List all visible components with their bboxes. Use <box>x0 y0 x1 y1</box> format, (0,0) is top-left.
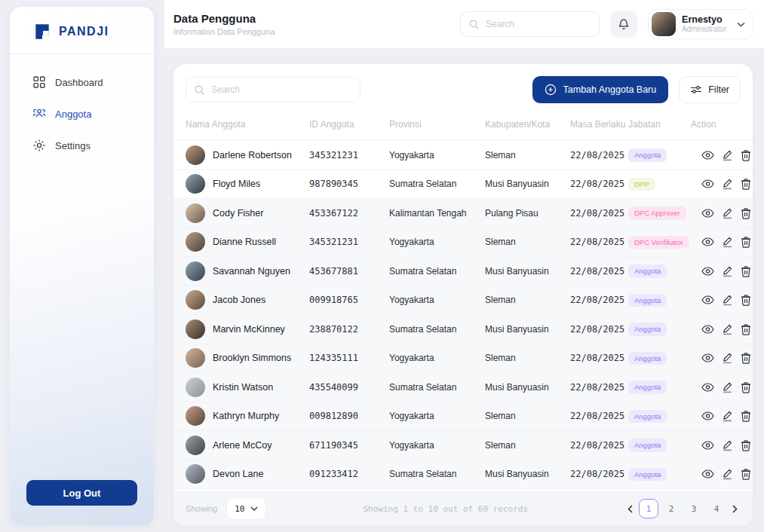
member-name: Jacob Jones <box>213 295 265 305</box>
member-id: 009918765 <box>309 295 389 305</box>
next-page-button[interactable] <box>729 502 741 516</box>
edit-button[interactable] <box>722 294 733 306</box>
delete-button[interactable] <box>741 294 751 306</box>
page-size-select[interactable]: 10 <box>226 497 266 520</box>
page-button-4[interactable]: 4 <box>707 499 726 518</box>
delete-button[interactable] <box>741 149 751 161</box>
prev-page-button[interactable] <box>624 502 636 516</box>
delete-button[interactable] <box>741 323 751 335</box>
row-actions <box>691 265 751 277</box>
chevron-left-icon <box>627 505 633 513</box>
table-header-row: Nama AnggotaID AnggotaProvinsiKabupaten/… <box>173 108 753 141</box>
delete-button[interactable] <box>741 410 751 422</box>
filter-button[interactable]: Filter <box>679 76 741 103</box>
row-actions <box>691 207 751 219</box>
view-eye-icon <box>701 324 714 335</box>
edit-button[interactable] <box>722 468 733 480</box>
sidebar-item-dashboard[interactable]: Dashboard <box>32 75 154 89</box>
edit-button[interactable] <box>722 323 733 335</box>
grid-icon <box>32 75 46 89</box>
edit-pencil-icon <box>722 352 733 364</box>
view-button[interactable] <box>701 324 714 335</box>
edit-button[interactable] <box>722 352 733 364</box>
global-search-input[interactable] <box>486 19 591 29</box>
member-name: Floyd Miles <box>213 179 260 189</box>
edit-button[interactable] <box>722 236 733 248</box>
member-name-cell: Savannah Nguyen <box>186 261 309 281</box>
page-button-1[interactable]: 1 <box>639 499 658 518</box>
row-actions <box>691 468 751 480</box>
view-button[interactable] <box>701 440 714 451</box>
row-actions <box>691 236 751 248</box>
view-button[interactable] <box>701 295 714 305</box>
jabatan-badge: Anggota <box>628 323 667 336</box>
view-eye-icon <box>701 295 714 305</box>
edit-button[interactable] <box>722 265 733 277</box>
edit-pencil-icon <box>722 178 733 190</box>
delete-trash-icon <box>741 323 751 335</box>
view-button[interactable] <box>701 382 714 393</box>
member-name-cell: Cody Fisher <box>186 203 309 223</box>
delete-trash-icon <box>741 410 751 422</box>
member-masa-berlaku: 22/08/2025 <box>570 411 628 421</box>
table-search[interactable] <box>186 77 361 102</box>
global-search[interactable] <box>460 11 600 37</box>
table-search-input[interactable] <box>211 84 352 95</box>
column-header: Kabupaten/Kota <box>485 119 570 130</box>
member-kabupaten: Musi Banyuasin <box>485 382 570 393</box>
member-id: 671190345 <box>309 440 389 451</box>
member-avatar <box>186 320 205 339</box>
edit-button[interactable] <box>722 439 733 451</box>
member-name: Devon Lane <box>213 469 263 479</box>
jabatan-badge: DPP <box>628 178 655 191</box>
edit-button[interactable] <box>722 178 733 190</box>
member-masa-berlaku: 22/08/2025 <box>570 179 628 189</box>
view-button[interactable] <box>701 469 714 479</box>
delete-trash-icon <box>741 439 751 451</box>
view-button[interactable] <box>701 237 714 247</box>
sidebar-item-settings[interactable]: Settings <box>32 139 154 152</box>
member-provinsi: Yogyakarta <box>389 150 485 161</box>
user-profile-menu[interactable]: Ernestyo Administrator <box>648 9 753 39</box>
logout-button[interactable]: Log Out <box>26 480 137 506</box>
member-provinsi: Sumatra Selatan <box>389 469 485 479</box>
edit-button[interactable] <box>722 149 733 161</box>
member-kabupaten: Sleman <box>485 411 570 421</box>
delete-button[interactable] <box>741 265 751 277</box>
delete-button[interactable] <box>741 381 751 393</box>
add-member-button[interactable]: Tambah Anggota Baru <box>532 76 669 103</box>
view-button[interactable] <box>701 179 714 189</box>
delete-button[interactable] <box>741 352 751 364</box>
table-row: Darlene Robertson 345321231 Yogyakarta S… <box>173 141 753 170</box>
view-button[interactable] <box>701 266 714 277</box>
delete-button[interactable] <box>741 439 751 451</box>
member-avatar <box>186 232 205 252</box>
member-name: Darlene Robertson <box>213 150 292 161</box>
edit-button[interactable] <box>722 410 733 422</box>
sidebar-item-anggota[interactable]: Anggota <box>32 107 154 121</box>
view-button[interactable] <box>701 150 714 161</box>
sidebar-item-label: Anggota <box>55 109 91 120</box>
view-button[interactable] <box>701 411 714 421</box>
delete-button[interactable] <box>741 468 751 480</box>
member-provinsi: Yogyakarta <box>389 353 485 363</box>
edit-pencil-icon <box>722 149 733 161</box>
edit-button[interactable] <box>722 381 733 393</box>
table-row: Kathryn Murphy 009812890 Yogyakarta Slem… <box>173 402 753 432</box>
member-kabupaten: Musi Banyuasin <box>485 324 570 335</box>
jabatan-badge: Anggota <box>628 410 667 423</box>
member-provinsi: Yogyakarta <box>389 295 485 305</box>
delete-button[interactable] <box>741 207 751 219</box>
delete-button[interactable] <box>741 236 751 248</box>
delete-button[interactable] <box>741 178 751 190</box>
edit-button[interactable] <box>722 207 733 219</box>
page-button-2[interactable]: 2 <box>661 499 681 518</box>
sidebar-nav: DashboardAnggotaSettings <box>10 54 154 152</box>
view-button[interactable] <box>701 353 714 363</box>
notifications-button[interactable] <box>610 11 637 38</box>
page-button-3[interactable]: 3 <box>684 499 704 518</box>
member-name: Savannah Nguyen <box>213 266 290 277</box>
member-name: Marvin McKinney <box>213 324 285 335</box>
member-id: 345321231 <box>309 150 389 161</box>
view-button[interactable] <box>701 208 714 219</box>
